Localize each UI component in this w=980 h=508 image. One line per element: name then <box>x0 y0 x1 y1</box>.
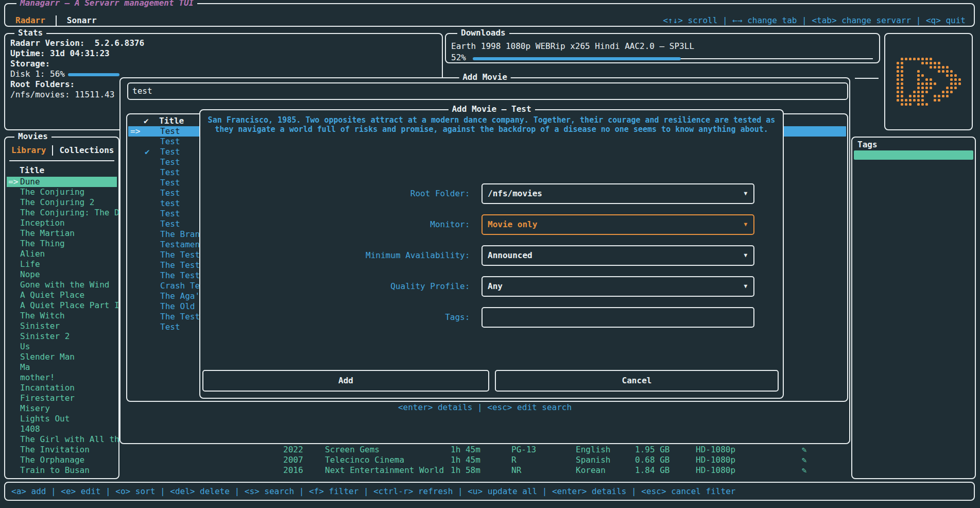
movie-list-item[interactable]: Misery <box>7 403 117 414</box>
movie-search-input[interactable]: test <box>127 82 848 100</box>
border-fragment <box>855 78 879 79</box>
library-tab-divider <box>52 145 53 156</box>
movie-title: Life <box>20 259 40 269</box>
top-keybinds: <↑↓> scroll | ←→ change tab | <tab> chan… <box>663 15 966 26</box>
movie-title: The Conjuring 2 <box>20 197 95 208</box>
movie-list-item[interactable]: A Quiet Place <box>7 290 117 300</box>
movie-title: A Quiet Place <box>20 290 84 300</box>
movie-list-item[interactable]: mother! <box>7 372 117 383</box>
result-title: Test <box>160 188 180 198</box>
movie-list-item[interactable]: Us <box>7 342 117 352</box>
movie-list-item[interactable]: The Conjuring 2 <box>7 197 117 208</box>
add-button[interactable]: Add <box>202 370 489 392</box>
movie-overview-line2: they navigate a world full of risks and … <box>204 125 779 134</box>
tab-sonarr[interactable]: Sonarr <box>63 14 101 27</box>
table-cell-runtime: 1h 45m <box>451 445 480 455</box>
stat-text: Root Folders: <box>10 79 75 89</box>
result-title: Test <box>160 137 180 147</box>
movie-list-item[interactable]: The Orphanage <box>7 455 117 465</box>
movie-list-item[interactable]: Firestarter <box>7 393 117 403</box>
selection-arrow-icon: => <box>130 126 140 137</box>
download-item-name: Earth 1998 1080p WEBRip x265 Hindi AAC2.… <box>451 41 694 51</box>
table-cell-runtime: 1h 58m <box>451 465 480 476</box>
movie-list-item[interactable]: Gone with the Wind <box>7 280 117 290</box>
movie-list-item[interactable]: Alien <box>7 249 117 259</box>
edit-pencil-icon[interactable]: ✎ <box>802 465 807 476</box>
movie-list-item[interactable]: The Conjuring <box>7 187 117 197</box>
logo-row <box>891 98 966 103</box>
movie-list-item[interactable]: The Witch <box>7 311 117 321</box>
movie-list-item[interactable]: =>Dune <box>7 177 117 187</box>
movie-list-item[interactable]: 1408 <box>7 424 117 434</box>
movie-list-item[interactable]: Sinister <box>7 321 117 331</box>
field-quality-profile[interactable]: Any▼ <box>482 276 754 297</box>
chevron-down-icon: ▼ <box>744 246 747 265</box>
movie-list-item[interactable]: Lights Out <box>7 414 117 424</box>
table-cell-rating: PG-13 <box>511 445 536 455</box>
bottom-keybinds: <a> add | <e> edit | <o> sort | <del> de… <box>11 485 735 498</box>
popup-help-keybinds: <enter> details | <esc> edit search <box>121 402 849 412</box>
result-title: The Test <box>160 250 200 260</box>
result-title: test <box>160 198 180 209</box>
movie-list-item[interactable]: Incantation <box>7 383 117 393</box>
result-title: The Aga' <box>160 291 200 301</box>
movie-list-item[interactable]: A Quiet Place Part II <box>7 300 117 311</box>
movie-title: Alien <box>20 249 45 259</box>
movie-title: 1408 <box>20 424 40 434</box>
table-cell-runtime: 1h 45m <box>451 455 480 465</box>
movie-title: Us <box>20 342 30 352</box>
movie-title: Ma <box>20 362 30 372</box>
field-tags[interactable] <box>482 307 754 328</box>
result-title: Test <box>160 219 180 229</box>
movie-title: The Conjuring: The De <box>20 208 124 218</box>
edit-pencil-icon[interactable]: ✎ <box>802 445 807 455</box>
movies-panel: Movies Library Collections Title =>DuneT… <box>4 137 119 479</box>
field-root-folder[interactable]: /nfs/movies▼ <box>482 183 754 204</box>
movie-list-item[interactable]: Life <box>7 259 117 269</box>
edit-pencil-icon[interactable]: ✎ <box>802 455 807 465</box>
results-title-header: Title <box>159 116 184 126</box>
movie-list-item[interactable]: Nope <box>7 269 117 280</box>
movie-list-item[interactable]: Train to Busan <box>7 465 117 476</box>
movie-list-item[interactable]: The Thing <box>7 239 117 249</box>
table-cell-size: 0.68 GB <box>635 455 669 465</box>
movie-title: Nope <box>20 269 40 280</box>
movie-list-item[interactable]: Slender Man <box>7 352 117 362</box>
movie-list-item[interactable]: The Girl with All the <box>7 434 117 445</box>
cancel-button[interactable]: Cancel <box>495 370 779 392</box>
tab-library[interactable]: Library <box>11 145 46 156</box>
movie-list-item[interactable]: Inception <box>7 218 117 228</box>
tab-radarr[interactable]: Radarr <box>11 14 49 27</box>
logo-row <box>891 74 966 78</box>
chevron-down-icon: ▼ <box>744 277 747 296</box>
table-cell-language: English <box>576 445 610 455</box>
monitored-check-icon: ✔ <box>145 147 150 157</box>
tags-panel: Tags <box>851 137 976 479</box>
movie-title: The Invitation <box>20 445 90 455</box>
movie-title: The Witch <box>20 311 65 321</box>
result-title: Test <box>160 157 180 167</box>
movie-title: mother! <box>20 372 55 383</box>
movie-list-item[interactable]: Sinister 2 <box>7 331 117 342</box>
table-cell-language: Korean <box>576 465 606 476</box>
stat-line: Storage: <box>10 59 438 69</box>
tab-collections[interactable]: Collections <box>59 145 114 156</box>
stat-text: /nfs/movies: 11511.43 GB <box>10 90 129 99</box>
library-tabs: Library Collections <box>11 145 127 156</box>
chevron-down-icon: ▼ <box>744 215 747 234</box>
field-monitor[interactable]: Movie only▼ <box>482 214 754 235</box>
movie-list-item[interactable]: The Martian <box>7 228 117 239</box>
stat-line: Radarr Version: 5.2.6.8376 <box>10 38 438 48</box>
movie-list-item[interactable]: The Invitation <box>7 445 117 455</box>
movie-title: The Orphanage <box>20 455 84 465</box>
field-label: Quality Profile: <box>200 276 475 297</box>
movie-list-item[interactable]: The Conjuring: The De <box>7 208 117 218</box>
table-cell-studio: Telecinco Cinema <box>325 455 404 465</box>
stat-text: Uptime: 31d 04:31:23 <box>10 48 110 58</box>
movie-list-item[interactable]: Ma <box>7 362 117 372</box>
table-cell-year: 2022 <box>283 445 303 455</box>
field-minimum-availability[interactable]: Announced▼ <box>482 245 754 266</box>
logo-row <box>891 94 966 98</box>
result-title: The Old <box>160 301 195 312</box>
stat-line: Uptime: 31d 04:31:23 <box>10 48 438 59</box>
